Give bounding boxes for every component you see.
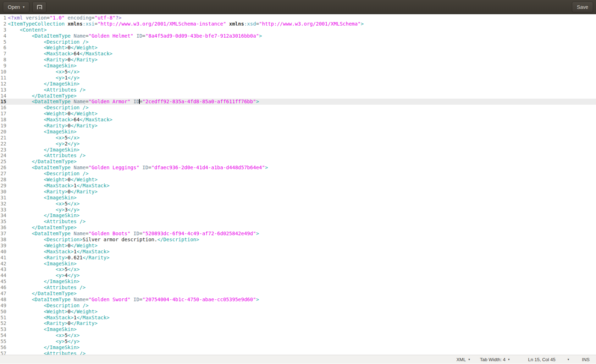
- code-line[interactable]: 10 <x>5</x>: [0, 69, 596, 75]
- code-line[interactable]: 20 <ImageSkin>: [0, 129, 596, 135]
- line-number: 51: [0, 315, 6, 321]
- code-line[interactable]: 43 <x>5</x>: [0, 266, 596, 272]
- code-line[interactable]: 45 </ImageSkin>: [0, 278, 596, 285]
- code-line[interactable]: 27 <Description />: [0, 171, 596, 177]
- code-area[interactable]: 1<?xml version="1.0" encoding="utf-8"?>2…: [0, 14, 596, 355]
- language-mode-dropdown[interactable]: XML ▾: [456, 357, 470, 362]
- code-line[interactable]: 48 <DataItemType Name="Golden Sword" ID=…: [0, 297, 596, 303]
- code-line[interactable]: 44 <y>4</y>: [0, 272, 596, 278]
- goto-line-dropdown[interactable]: ▾: [568, 358, 569, 361]
- code-line[interactable]: 32 <x>5</x>: [0, 201, 596, 207]
- code-line[interactable]: 4 <DataItemType Name="Golden Helmet" ID=…: [0, 33, 596, 39]
- code-line-text: <Description />: [8, 39, 89, 45]
- line-number: 31: [0, 195, 6, 201]
- line-number: 1: [0, 15, 6, 21]
- code-line[interactable]: 17 <Weight>0</Weight>: [0, 111, 596, 117]
- code-line[interactable]: 51 <MaxStack>1</MaxStack>: [0, 315, 596, 321]
- line-number: 40: [0, 249, 6, 255]
- code-line[interactable]: 36 </DataItemType>: [0, 225, 596, 231]
- code-line[interactable]: 52 <Rarity>0</Rarity>: [0, 320, 596, 326]
- code-line[interactable]: 9 <ImageSkin>: [0, 63, 596, 69]
- line-number: 43: [0, 266, 6, 272]
- code-line[interactable]: 31 <ImageSkin>: [0, 195, 596, 201]
- code-line[interactable]: 34 </ImageSkin>: [0, 213, 596, 219]
- code-line[interactable]: 14 </DataItemType>: [0, 93, 596, 99]
- code-line[interactable]: 6 <Weight>0</Weight>: [0, 45, 596, 51]
- line-number: 30: [0, 189, 6, 195]
- code-line[interactable]: 42 <ImageSkin>: [0, 261, 596, 267]
- code-line[interactable]: 28 <Weight>0</Weight>: [0, 177, 596, 183]
- code-line[interactable]: 39 <Weight>0</Weight>: [0, 243, 596, 249]
- line-number: 38: [0, 237, 6, 243]
- code-line[interactable]: 47 </DataItemType>: [0, 291, 596, 297]
- code-line-text: <Rarity>0</Rarity>: [8, 123, 98, 129]
- code-line[interactable]: 1<?xml version="1.0" encoding="utf-8"?>: [0, 15, 596, 21]
- code-line[interactable]: 33 <y>3</y>: [0, 207, 596, 213]
- code-line-text: <x>5</x>: [8, 69, 79, 75]
- code-line-text: <Description>Silver armor description.</…: [8, 237, 199, 243]
- cursor-position-label: Ln 15, Col 45: [528, 357, 555, 362]
- language-mode-label: XML: [456, 357, 466, 362]
- line-number: 13: [0, 87, 6, 93]
- code-line[interactable]: 19 <Rarity>0</Rarity>: [0, 123, 596, 129]
- code-line[interactable]: 22 <y>2</y>: [0, 141, 596, 147]
- code-line-text: <ItemTypeCollection xmlns:xsi="http://ww…: [8, 21, 364, 27]
- line-number: 20: [0, 129, 6, 135]
- code-line[interactable]: 3 <Content>: [0, 27, 596, 33]
- code-line[interactable]: 25 </DataItemType>: [0, 159, 596, 165]
- code-line-text: </ImageSkin>: [8, 147, 79, 153]
- code-line[interactable]: 56 </ImageSkin>: [0, 344, 596, 351]
- code-line[interactable]: 49 <Description />: [0, 303, 596, 309]
- line-number: 23: [0, 147, 6, 153]
- code-line[interactable]: 37 <DataItemType Name="Golden Boots" ID=…: [0, 231, 596, 237]
- code-line[interactable]: 24 <Attributes />: [0, 153, 596, 159]
- new-document-button[interactable]: [32, 2, 46, 12]
- line-number: 10: [0, 69, 6, 75]
- code-line-text: <Weight>0</Weight>: [8, 177, 98, 183]
- code-line[interactable]: 57 <Attributes />: [0, 351, 596, 355]
- code-line[interactable]: 29 <MaxStack>1</MaxStack>: [0, 183, 596, 189]
- code-line[interactable]: 2<ItemTypeCollection xmlns:xsi="http://w…: [0, 21, 596, 27]
- code-line[interactable]: 11 <y>1</y>: [0, 75, 596, 81]
- code-line[interactable]: 8 <Rarity>0</Rarity>: [0, 57, 596, 63]
- line-number: 14: [0, 93, 6, 99]
- line-number: 33: [0, 207, 6, 213]
- code-line[interactable]: 35 <Attributes />: [0, 219, 596, 225]
- code-line-text: </DataItemType>: [8, 93, 77, 99]
- code-line-text: <Rarity>0</Rarity>: [8, 57, 98, 63]
- line-number: 5: [0, 39, 6, 45]
- code-line[interactable]: 16 <Description />: [0, 105, 596, 111]
- code-line[interactable]: 18 <MaxStack>64</MaxStack>: [0, 117, 596, 123]
- code-line[interactable]: 50 <Weight>0</Weight>: [0, 309, 596, 315]
- code-line[interactable]: 23 </ImageSkin>: [0, 147, 596, 153]
- line-number: 54: [0, 332, 6, 338]
- code-line[interactable]: 53 <ImageSkin>: [0, 326, 596, 332]
- line-number: 44: [0, 272, 6, 278]
- code-line[interactable]: 12 </ImageSkin>: [0, 81, 596, 87]
- code-line[interactable]: 54 <x>5</x>: [0, 332, 596, 338]
- code-line[interactable]: 46 <Attributes />: [0, 285, 596, 291]
- line-number: 49: [0, 303, 6, 309]
- code-line[interactable]: 13 <Attributes />: [0, 87, 596, 93]
- code-line-text: <x>5</x>: [8, 266, 79, 272]
- code-line-text: </DataItemType>: [8, 159, 77, 165]
- save-button[interactable]: Save: [572, 2, 593, 12]
- line-number: 32: [0, 201, 6, 207]
- code-line[interactable]: 30 <Rarity>0</Rarity>: [0, 189, 596, 195]
- line-number: 11: [0, 75, 6, 81]
- chevron-down-icon: ▾: [468, 358, 470, 361]
- code-line[interactable]: 55 <y>5</y>: [0, 338, 596, 344]
- code-line[interactable]: 38 <Description>Silver armor description…: [0, 237, 596, 243]
- code-line[interactable]: 5 <Description />: [0, 39, 596, 45]
- code-line[interactable]: 21 <x>5</x>: [0, 135, 596, 141]
- code-line[interactable]: 40 <MaxStack>1</MaxStack>: [0, 249, 596, 255]
- code-line[interactable]: 15 <DataItemType Name="Golden Armor" ID=…: [0, 99, 596, 105]
- open-button[interactable]: Open ▾: [3, 2, 29, 12]
- code-line-text: <y>2</y>: [8, 141, 79, 147]
- line-number: 2: [0, 21, 6, 27]
- code-line[interactable]: 41 <Rarity>0.621</Rarity>: [0, 255, 596, 261]
- tab-width-dropdown[interactable]: Tab Width: 4 ▾: [480, 357, 510, 362]
- code-line-text: <Attributes />: [8, 87, 85, 93]
- code-line[interactable]: 26 <DataItemType Name="Golden Leggings" …: [0, 165, 596, 171]
- code-line[interactable]: 7 <MaxStack>64</MaxStack>: [0, 51, 596, 57]
